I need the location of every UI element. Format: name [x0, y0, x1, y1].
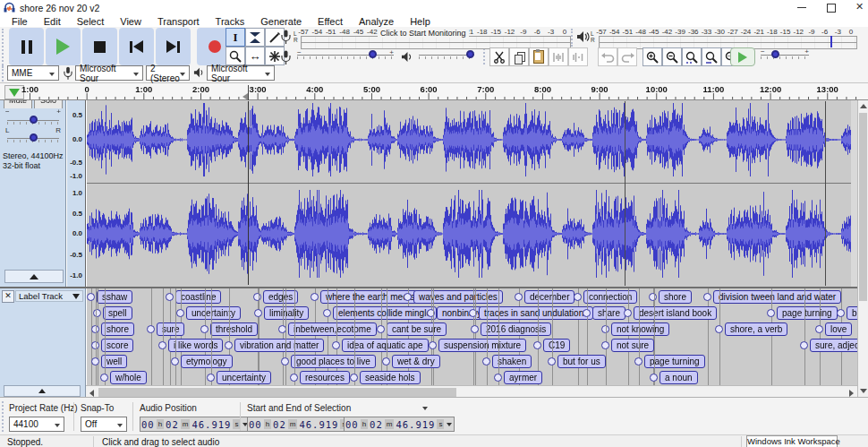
label[interactable]: sshaw [97, 290, 132, 304]
label-handle[interactable] [225, 341, 233, 349]
label[interactable]: not knowing [611, 322, 669, 336]
stop-button[interactable] [82, 28, 117, 65]
label-handle[interactable] [93, 309, 101, 317]
label-handle[interactable] [382, 357, 390, 365]
maximize-button[interactable] [827, 4, 836, 13]
label-handle[interactable] [767, 309, 775, 317]
label-handle[interactable] [166, 293, 174, 301]
audio-position-field[interactable]: 00h02m46.919s [140, 417, 251, 432]
paste-button[interactable] [529, 47, 549, 66]
label[interactable]: a noun [660, 371, 698, 384]
label[interactable]: cant be sure [387, 322, 447, 336]
redo-button[interactable] [617, 47, 637, 66]
label-handle[interactable] [649, 293, 657, 301]
pan-slider[interactable]: L R [7, 131, 59, 139]
silence-audio-button[interactable] [568, 47, 588, 66]
menu-analyze[interactable]: Analyze [351, 16, 402, 27]
menu-file[interactable]: File [4, 16, 36, 27]
label[interactable]: connection [583, 290, 637, 304]
transport-toolbar-grip[interactable] [2, 29, 6, 68]
label[interactable]: shore, a verb [725, 322, 787, 336]
playback-speed-slider[interactable]: − + [761, 55, 809, 56]
label-handle[interactable] [253, 293, 261, 301]
audio-track-control-panel[interactable]: Mute Solo − + L R Stereo, 44100Hz 32-bit… [0, 100, 66, 287]
label[interactable]: but for us [557, 355, 606, 368]
label-handle[interactable] [837, 309, 845, 317]
label-handle[interactable] [404, 293, 412, 301]
playback-device-select[interactable]: Microsoft Sour [207, 65, 275, 81]
zoom-in-button[interactable] [642, 47, 662, 66]
device-toolbar-grip[interactable] [2, 65, 6, 82]
skip-to-end-button[interactable] [156, 28, 191, 65]
label[interactable]: waves and particles [413, 290, 503, 304]
label-handle[interactable] [200, 325, 208, 333]
label-track-collapse-button[interactable] [4, 385, 81, 397]
playback-volume-slider[interactable]: + [419, 55, 474, 56]
label-handle[interactable] [171, 357, 179, 365]
label-handle[interactable] [471, 325, 479, 333]
scroll-left-icon[interactable] [89, 390, 94, 397]
label-handle[interactable] [176, 309, 184, 317]
menu-effect[interactable]: Effect [310, 16, 351, 27]
fit-selection-button[interactable] [682, 47, 702, 66]
menu-help[interactable]: Help [402, 16, 438, 27]
label[interactable]: seaside hols [360, 371, 421, 384]
label-handle[interactable] [583, 309, 591, 317]
selection-end-field[interactable]: 00h02m46.919s [344, 417, 455, 432]
time-digits[interactable]: 02 [369, 419, 384, 430]
snap-to-select[interactable]: Off [81, 417, 127, 432]
label[interactable]: suspension mixture [438, 339, 526, 352]
horizontal-scrollbar-thumb[interactable] [98, 388, 456, 397]
label-handle[interactable] [815, 325, 823, 333]
label-handle[interactable] [429, 341, 437, 349]
label[interactable]: uncertainty [186, 306, 241, 320]
label[interactable]: etymology [181, 355, 233, 368]
label-handle[interactable] [254, 309, 262, 317]
horizontal-scrollbar[interactable] [86, 385, 857, 398]
zoom-out-button[interactable] [662, 47, 682, 66]
label[interactable]: w/hole [110, 371, 147, 384]
recording-volume-slider[interactable]: − + [297, 55, 394, 56]
recording-channels-select[interactable]: 2 (Stereo [146, 65, 190, 81]
label[interactable]: shore [101, 322, 134, 336]
recording-meter[interactable]: LR -57-54-51-48-45-42-39-36-33-30-27-24-… [279, 28, 571, 47]
label-handle[interactable] [515, 293, 523, 301]
label[interactable]: be [847, 306, 857, 320]
skip-to-start-button[interactable] [119, 28, 154, 65]
label[interactable]: wet & dry [392, 355, 440, 368]
close-button[interactable]: ✕ [855, 1, 864, 13]
label[interactable]: division tween land and water [713, 290, 841, 304]
time-digits[interactable]: 00 [345, 419, 360, 430]
monitoring-hint[interactable]: Click to Start Monitoring [378, 29, 469, 38]
label-handle[interactable] [377, 325, 385, 333]
label-handle[interactable] [91, 357, 99, 365]
label[interactable]: share [592, 306, 625, 320]
cut-button[interactable] [489, 47, 509, 66]
label[interactable]: 2016 diagnosis [481, 322, 551, 336]
play-button[interactable] [46, 28, 81, 65]
label[interactable]: score [101, 339, 133, 352]
label[interactable]: i like words [168, 339, 223, 352]
chevron-down-icon[interactable] [447, 423, 452, 426]
label-handle[interactable] [281, 357, 289, 365]
trim-audio-button[interactable] [549, 47, 568, 66]
label[interactable]: edges [263, 290, 298, 304]
label[interactable]: spell [103, 306, 132, 320]
label-handle[interactable] [482, 357, 490, 365]
timeline-ruler[interactable]: 1:0001:002:003:004:005:006:007:008:009:0… [0, 83, 868, 100]
label-handle[interactable] [100, 374, 108, 382]
selection-start-field[interactable]: 00h02m46.919s [247, 417, 358, 432]
project-rate-select[interactable]: 44100 [9, 417, 64, 432]
selection-mode-select[interactable]: Start and End of Selection [247, 401, 428, 414]
menu-tracks[interactable]: Tracks [208, 16, 253, 27]
edit-toolbar-grip[interactable] [483, 48, 488, 64]
menu-view[interactable]: View [112, 16, 149, 27]
label-handle[interactable] [332, 341, 340, 349]
label[interactable]: not sure [611, 339, 654, 352]
time-digits[interactable]: 46.919 [191, 419, 232, 430]
undo-button[interactable] [598, 47, 617, 66]
label[interactable]: sure [157, 322, 184, 336]
label[interactable]: uncertainty [217, 371, 271, 384]
label[interactable]: inbetween,ecotome [288, 322, 377, 336]
label-track[interactable]: sshawcoastlineedgeswhere the earth meets… [87, 288, 857, 385]
